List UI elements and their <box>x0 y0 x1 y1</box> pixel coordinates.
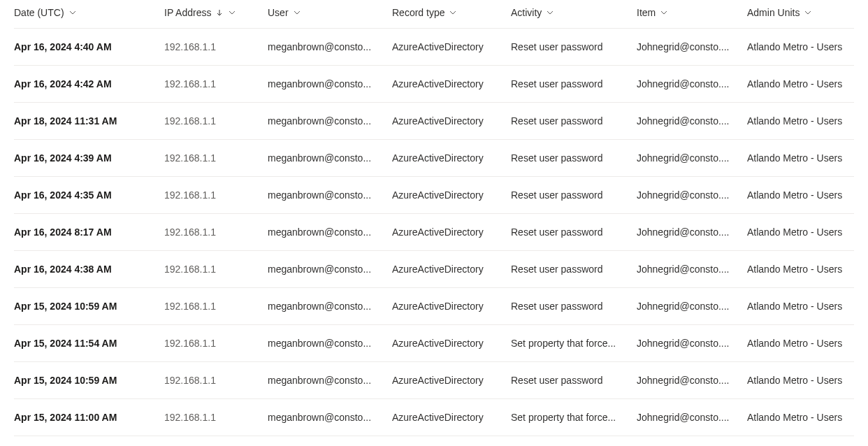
cell-admin-units: Atlando Metro - Users <box>747 338 854 349</box>
column-header-date[interactable]: Date (UTC) <box>14 7 164 18</box>
cell-activity: Reset user password <box>511 226 637 238</box>
cell-date: Apr 16, 2024 4:40 AM <box>14 41 164 52</box>
table-row[interactable]: Apr 18, 2024 11:31 AM192.168.1.1meganbro… <box>14 103 854 140</box>
cell-date: Apr 15, 2024 10:59 AM <box>14 301 164 312</box>
table-row[interactable]: Apr 16, 2024 4:39 AM192.168.1.1meganbrow… <box>14 140 854 177</box>
cell-admin-units: Atlando Metro - Users <box>747 152 854 164</box>
cell-record-type: AzureActiveDirectory <box>392 78 511 89</box>
cell-item: Johnegrid@consto.... <box>637 301 747 312</box>
cell-record-type: AzureActiveDirectory <box>392 301 511 312</box>
table-body: Apr 16, 2024 4:40 AM192.168.1.1meganbrow… <box>14 29 854 436</box>
cell-ip: 192.168.1.1 <box>164 78 268 89</box>
cell-activity: Reset user password <box>511 375 637 386</box>
chevron-down-icon <box>449 8 457 17</box>
cell-user: meganbrown@consto... <box>268 152 392 164</box>
table-row[interactable]: Apr 15, 2024 10:59 AM192.168.1.1meganbro… <box>14 362 854 399</box>
cell-admin-units: Atlando Metro - Users <box>747 41 854 52</box>
cell-ip: 192.168.1.1 <box>164 152 268 164</box>
cell-activity: Reset user password <box>511 301 637 312</box>
cell-activity: Set property that force... <box>511 338 637 349</box>
table-header-row: Date (UTC) IP Address User Record type <box>14 0 854 29</box>
cell-date: Apr 15, 2024 11:54 AM <box>14 338 164 349</box>
cell-date: Apr 18, 2024 11:31 AM <box>14 115 164 127</box>
chevron-down-icon <box>68 8 77 17</box>
column-header-user-label: User <box>268 7 289 18</box>
cell-activity: Reset user password <box>511 78 637 89</box>
chevron-down-icon <box>293 8 301 17</box>
table-row[interactable]: Apr 16, 2024 4:35 AM192.168.1.1meganbrow… <box>14 177 854 214</box>
cell-ip: 192.168.1.1 <box>164 375 268 386</box>
cell-user: meganbrown@consto... <box>268 226 392 238</box>
column-header-date-label: Date (UTC) <box>14 7 64 18</box>
cell-activity: Reset user password <box>511 41 637 52</box>
cell-record-type: AzureActiveDirectory <box>392 338 511 349</box>
cell-item: Johnegrid@consto.... <box>637 412 747 423</box>
table-row[interactable]: Apr 15, 2024 11:54 AM192.168.1.1meganbro… <box>14 325 854 362</box>
cell-item: Johnegrid@consto.... <box>637 264 747 275</box>
table-row[interactable]: Apr 15, 2024 10:59 AM192.168.1.1meganbro… <box>14 288 854 325</box>
cell-item: Johnegrid@consto.... <box>637 226 747 238</box>
cell-record-type: AzureActiveDirectory <box>392 375 511 386</box>
table-row[interactable]: Apr 16, 2024 8:17 AM192.168.1.1meganbrow… <box>14 214 854 251</box>
cell-activity: Reset user password <box>511 152 637 164</box>
cell-ip: 192.168.1.1 <box>164 301 268 312</box>
cell-item: Johnegrid@consto.... <box>637 78 747 89</box>
column-header-record-type-label: Record type <box>392 7 444 18</box>
cell-date: Apr 16, 2024 4:39 AM <box>14 152 164 164</box>
table-row[interactable]: Apr 16, 2024 4:38 AM192.168.1.1meganbrow… <box>14 251 854 288</box>
cell-item: Johnegrid@consto.... <box>637 152 747 164</box>
cell-admin-units: Atlando Metro - Users <box>747 189 854 201</box>
cell-user: meganbrown@consto... <box>268 41 392 52</box>
column-header-item[interactable]: Item <box>637 7 747 18</box>
cell-record-type: AzureActiveDirectory <box>392 152 511 164</box>
table-row[interactable]: Apr 15, 2024 11:00 AM192.168.1.1meganbro… <box>14 399 854 436</box>
cell-user: meganbrown@consto... <box>268 375 392 386</box>
cell-record-type: AzureActiveDirectory <box>392 412 511 423</box>
column-header-activity-label: Activity <box>511 7 542 18</box>
cell-date: Apr 15, 2024 10:59 AM <box>14 375 164 386</box>
cell-date: Apr 16, 2024 4:35 AM <box>14 189 164 201</box>
cell-ip: 192.168.1.1 <box>164 226 268 238</box>
cell-activity: Set property that force... <box>511 412 637 423</box>
cell-activity: Reset user password <box>511 189 637 201</box>
sort-descending-icon <box>215 8 224 17</box>
column-header-item-label: Item <box>637 7 656 18</box>
cell-date: Apr 16, 2024 4:42 AM <box>14 78 164 89</box>
column-header-ip-label: IP Address <box>164 7 211 18</box>
column-header-record-type[interactable]: Record type <box>392 7 511 18</box>
cell-item: Johnegrid@consto.... <box>637 375 747 386</box>
cell-item: Johnegrid@consto.... <box>637 41 747 52</box>
table-row[interactable]: Apr 16, 2024 4:40 AM192.168.1.1meganbrow… <box>14 29 854 66</box>
cell-admin-units: Atlando Metro - Users <box>747 375 854 386</box>
cell-record-type: AzureActiveDirectory <box>392 115 511 127</box>
cell-activity: Reset user password <box>511 264 637 275</box>
cell-user: meganbrown@consto... <box>268 78 392 89</box>
cell-admin-units: Atlando Metro - Users <box>747 78 854 89</box>
cell-ip: 192.168.1.1 <box>164 264 268 275</box>
chevron-down-icon <box>228 8 236 17</box>
cell-admin-units: Atlando Metro - Users <box>747 301 854 312</box>
table-row[interactable]: Apr 16, 2024 4:42 AM192.168.1.1meganbrow… <box>14 66 854 103</box>
cell-user: meganbrown@consto... <box>268 189 392 201</box>
chevron-down-icon <box>660 8 668 17</box>
cell-item: Johnegrid@consto.... <box>637 115 747 127</box>
cell-record-type: AzureActiveDirectory <box>392 41 511 52</box>
chevron-down-icon <box>804 8 812 17</box>
column-header-ip[interactable]: IP Address <box>164 7 268 18</box>
cell-item: Johnegrid@consto.... <box>637 189 747 201</box>
cell-user: meganbrown@consto... <box>268 301 392 312</box>
cell-record-type: AzureActiveDirectory <box>392 264 511 275</box>
cell-user: meganbrown@consto... <box>268 338 392 349</box>
cell-user: meganbrown@consto... <box>268 115 392 127</box>
cell-record-type: AzureActiveDirectory <box>392 226 511 238</box>
cell-date: Apr 16, 2024 4:38 AM <box>14 264 164 275</box>
cell-ip: 192.168.1.1 <box>164 115 268 127</box>
cell-ip: 192.168.1.1 <box>164 338 268 349</box>
column-header-admin-units[interactable]: Admin Units <box>747 7 854 18</box>
cell-admin-units: Atlando Metro - Users <box>747 115 854 127</box>
column-header-user[interactable]: User <box>268 7 392 18</box>
column-header-activity[interactable]: Activity <box>511 7 637 18</box>
chevron-down-icon <box>546 8 554 17</box>
cell-ip: 192.168.1.1 <box>164 412 268 423</box>
cell-ip: 192.168.1.1 <box>164 41 268 52</box>
